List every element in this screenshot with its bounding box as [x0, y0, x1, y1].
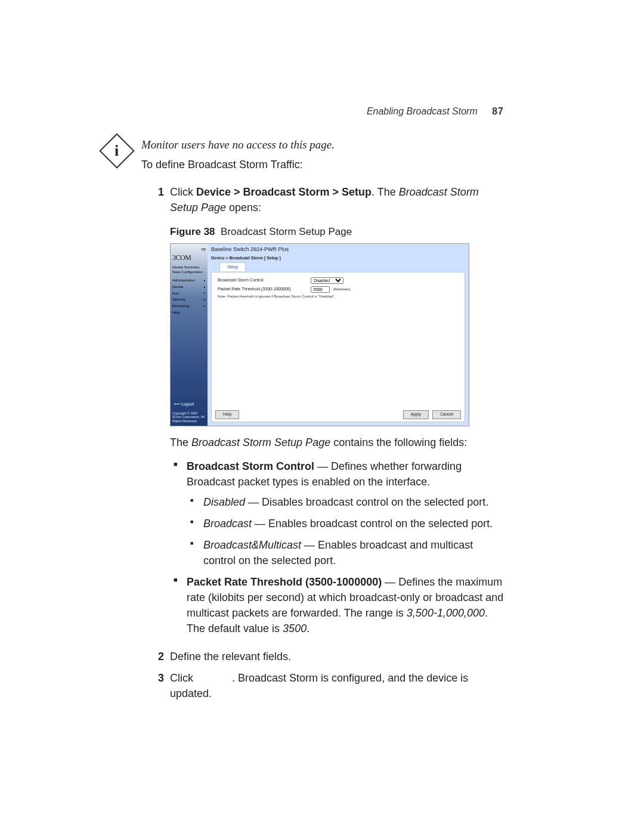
opt-broadcast: Broadcast — Enables broadcast control on…: [203, 516, 504, 531]
sidebar-item-port[interactable]: Port▸: [172, 290, 206, 297]
mock-title: Baseline Switch 2924-PWR Plus: [208, 244, 469, 255]
apply-button[interactable]: Apply: [403, 410, 429, 419]
sidebar-item-device[interactable]: Device▸: [172, 284, 206, 290]
page-header: Enabling Broadcast Storm 87: [367, 106, 504, 117]
screenshot-mock: 🛩 3COM Device Summary Save Configuration…: [170, 243, 469, 426]
info-icon: i: [99, 133, 134, 168]
menu-path: Device > Broadcast Storm > Setup: [196, 186, 371, 198]
step-number: 3: [152, 670, 164, 701]
mock-logo: 3COM: [172, 253, 206, 263]
logout-link[interactable]: ⟵ Logout: [174, 401, 194, 407]
mock-copyright: Copyright © 2007 3Com Corporation. All R…: [172, 411, 206, 423]
sidebar-item-help[interactable]: Help: [172, 309, 206, 316]
header-section: Enabling Broadcast Storm: [367, 106, 478, 116]
step-2: 2 Define the relevant fields.: [152, 649, 504, 664]
help-button[interactable]: Help: [215, 410, 239, 419]
step-1: 1 Click Device > Broadcast Storm > Setup…: [152, 184, 504, 643]
bsc-select[interactable]: Disabled: [311, 277, 343, 284]
field-thr: Packet Rate Threshold (3500-1000000) — D…: [187, 574, 504, 636]
opt-disabled: Disabled — Disables broadcast control on…: [203, 494, 504, 510]
thr-input[interactable]: [311, 286, 330, 293]
sidebar-item-administration[interactable]: Administration▸: [172, 277, 206, 284]
intro-text: To define Broadcast Storm Traffic:: [141, 157, 335, 172]
step-number: 1: [152, 184, 164, 643]
opt-broadcast-multicast: Broadcast&Multicast — Enables broadcast …: [203, 537, 504, 568]
mock-breadcrumb: Device > Broadcast Storm [ Setup ]: [208, 255, 469, 263]
mock-sidebar: 🛩 3COM Device Summary Save Configuration…: [171, 244, 208, 426]
cancel-button[interactable]: Cancel: [432, 410, 461, 419]
step3-blank: [196, 672, 232, 684]
sidebar-device-summary[interactable]: Device Summary: [172, 265, 206, 270]
mock-form-note: Note: Packet threshold is ignored if Bro…: [212, 294, 465, 299]
monitor-note: Monitor users have no access to this pag…: [141, 137, 335, 153]
sidebar-item-monitoring[interactable]: Monitoring▸: [172, 303, 206, 309]
bsc-label: Broadcast Storm Control: [218, 277, 307, 283]
header-page-number: 87: [492, 106, 504, 116]
sidebar-item-security[interactable]: Security▸: [172, 296, 206, 303]
step-3: 3 Click . Broadcast Storm is configured,…: [152, 670, 504, 701]
field-bsc: Broadcast Storm Control — Defines whethe…: [187, 459, 504, 569]
step-number: 2: [152, 649, 164, 664]
sidebar-save-config[interactable]: Save Configuration: [172, 270, 206, 274]
thr-label: Packet Rate Threshold (3500-1000000): [218, 286, 307, 292]
thr-unit: (Kbits/sec): [333, 287, 350, 292]
fields-lead: The Broadcast Storm Setup Page contains …: [170, 435, 504, 450]
tab-setup[interactable]: Setup: [219, 262, 246, 271]
figure-caption: Figure 38 Broadcast Storm Setup Page: [170, 225, 504, 240]
